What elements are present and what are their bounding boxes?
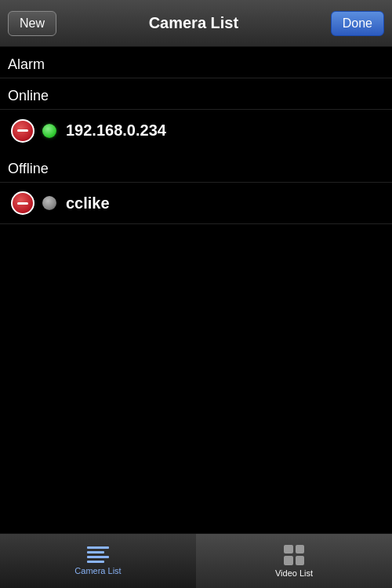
camera-name-online-1[interactable]: 192.168.0.234	[66, 122, 166, 140]
icon-sq-2	[296, 545, 305, 554]
done-button[interactable]: Done	[331, 11, 384, 36]
page-title: Camera List	[56, 14, 331, 32]
icon-line-4	[87, 561, 104, 563]
camera-item-online-1: 192.168.0.234	[0, 109, 392, 151]
camera-item-offline-1: cclike	[0, 182, 392, 224]
icon-sq-4	[296, 556, 305, 565]
section-offline: Offline	[0, 151, 392, 182]
camera-list-content: Alarm Online 192.168.0.234 Offline cclik…	[0, 47, 392, 533]
section-alarm: Alarm	[0, 47, 392, 78]
video-list-icon	[284, 545, 304, 565]
status-dot-offline	[42, 196, 56, 210]
tab-video-list-label: Video List	[275, 568, 313, 578]
new-button[interactable]: New	[8, 11, 56, 36]
icon-sq-3	[284, 556, 293, 565]
tab-camera-list[interactable]: Camera List	[0, 534, 196, 588]
camera-name-offline-1[interactable]: cclike	[66, 194, 110, 212]
icon-line-2	[87, 551, 104, 554]
tab-video-list[interactable]: Video List	[196, 534, 392, 588]
section-online: Online	[0, 78, 392, 109]
header: New Camera List Done	[0, 0, 392, 47]
status-dot-online	[42, 124, 56, 138]
icon-line-3	[87, 556, 109, 558]
delete-button-offline-1[interactable]	[11, 191, 34, 215]
tab-bar: Camera List Video List	[0, 533, 392, 588]
delete-button-online-1[interactable]	[11, 119, 34, 143]
icon-sq-1	[284, 545, 293, 554]
tab-camera-list-label: Camera List	[74, 566, 121, 575]
camera-list-icon	[87, 546, 109, 563]
icon-line-1	[87, 546, 109, 549]
